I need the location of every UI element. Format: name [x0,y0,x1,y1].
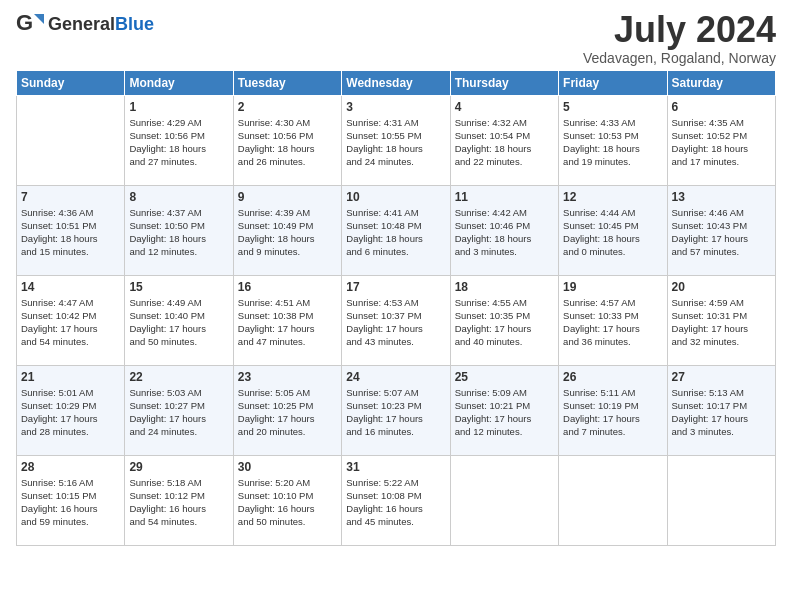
location-subtitle: Vedavagen, Rogaland, Norway [583,50,776,66]
calendar-cell: 23Sunrise: 5:05 AM Sunset: 10:25 PM Dayl… [233,365,341,455]
day-number: 10 [346,190,445,204]
calendar-cell: 10Sunrise: 4:41 AM Sunset: 10:48 PM Dayl… [342,185,450,275]
calendar-cell: 26Sunrise: 5:11 AM Sunset: 10:19 PM Dayl… [559,365,667,455]
calendar-cell: 8Sunrise: 4:37 AM Sunset: 10:50 PM Dayli… [125,185,233,275]
day-info: Sunrise: 4:41 AM Sunset: 10:48 PM Daylig… [346,206,445,259]
day-number: 7 [21,190,120,204]
day-number: 30 [238,460,337,474]
day-number: 6 [672,100,771,114]
calendar-cell: 2Sunrise: 4:30 AM Sunset: 10:56 PM Dayli… [233,95,341,185]
logo: G GeneralBlue [16,10,154,38]
day-number: 25 [455,370,554,384]
day-info: Sunrise: 4:59 AM Sunset: 10:31 PM Daylig… [672,296,771,349]
calendar-cell: 12Sunrise: 4:44 AM Sunset: 10:45 PM Dayl… [559,185,667,275]
day-info: Sunrise: 5:11 AM Sunset: 10:19 PM Daylig… [563,386,662,439]
logo-text-general: General [48,14,115,34]
svg-marker-1 [34,14,44,24]
calendar-cell: 22Sunrise: 5:03 AM Sunset: 10:27 PM Dayl… [125,365,233,455]
day-info: Sunrise: 5:05 AM Sunset: 10:25 PM Daylig… [238,386,337,439]
day-info: Sunrise: 4:30 AM Sunset: 10:56 PM Daylig… [238,116,337,169]
day-info: Sunrise: 4:29 AM Sunset: 10:56 PM Daylig… [129,116,228,169]
calendar-cell: 29Sunrise: 5:18 AM Sunset: 10:12 PM Dayl… [125,455,233,545]
calendar-cell: 28Sunrise: 5:16 AM Sunset: 10:15 PM Dayl… [17,455,125,545]
day-number: 3 [346,100,445,114]
calendar-cell: 14Sunrise: 4:47 AM Sunset: 10:42 PM Dayl… [17,275,125,365]
day-number: 18 [455,280,554,294]
day-info: Sunrise: 4:49 AM Sunset: 10:40 PM Daylig… [129,296,228,349]
calendar-cell: 3Sunrise: 4:31 AM Sunset: 10:55 PM Dayli… [342,95,450,185]
day-number: 13 [672,190,771,204]
calendar-cell: 20Sunrise: 4:59 AM Sunset: 10:31 PM Dayl… [667,275,775,365]
day-info: Sunrise: 5:18 AM Sunset: 10:12 PM Daylig… [129,476,228,529]
day-info: Sunrise: 5:03 AM Sunset: 10:27 PM Daylig… [129,386,228,439]
day-number: 9 [238,190,337,204]
day-number: 21 [21,370,120,384]
calendar-cell: 1Sunrise: 4:29 AM Sunset: 10:56 PM Dayli… [125,95,233,185]
calendar-cell: 27Sunrise: 5:13 AM Sunset: 10:17 PM Dayl… [667,365,775,455]
header-day-sunday: Sunday [17,70,125,95]
day-info: Sunrise: 4:47 AM Sunset: 10:42 PM Daylig… [21,296,120,349]
day-number: 15 [129,280,228,294]
day-number: 8 [129,190,228,204]
calendar-cell: 4Sunrise: 4:32 AM Sunset: 10:54 PM Dayli… [450,95,558,185]
calendar-cell: 21Sunrise: 5:01 AM Sunset: 10:29 PM Dayl… [17,365,125,455]
title-block: July 2024 Vedavagen, Rogaland, Norway [583,10,776,66]
day-info: Sunrise: 4:39 AM Sunset: 10:49 PM Daylig… [238,206,337,259]
day-info: Sunrise: 5:20 AM Sunset: 10:10 PM Daylig… [238,476,337,529]
day-info: Sunrise: 4:31 AM Sunset: 10:55 PM Daylig… [346,116,445,169]
logo-text-blue: Blue [115,14,154,34]
day-number: 29 [129,460,228,474]
day-info: Sunrise: 4:53 AM Sunset: 10:37 PM Daylig… [346,296,445,349]
day-number: 5 [563,100,662,114]
calendar-cell: 17Sunrise: 4:53 AM Sunset: 10:37 PM Dayl… [342,275,450,365]
day-number: 17 [346,280,445,294]
day-info: Sunrise: 4:57 AM Sunset: 10:33 PM Daylig… [563,296,662,349]
calendar-week-row: 28Sunrise: 5:16 AM Sunset: 10:15 PM Dayl… [17,455,776,545]
logo-icon: G [16,10,44,38]
day-number: 2 [238,100,337,114]
calendar-cell: 9Sunrise: 4:39 AM Sunset: 10:49 PM Dayli… [233,185,341,275]
day-info: Sunrise: 5:07 AM Sunset: 10:23 PM Daylig… [346,386,445,439]
day-info: Sunrise: 5:01 AM Sunset: 10:29 PM Daylig… [21,386,120,439]
calendar-cell: 31Sunrise: 5:22 AM Sunset: 10:08 PM Dayl… [342,455,450,545]
calendar-cell: 25Sunrise: 5:09 AM Sunset: 10:21 PM Dayl… [450,365,558,455]
calendar-body: 1Sunrise: 4:29 AM Sunset: 10:56 PM Dayli… [17,95,776,545]
day-number: 23 [238,370,337,384]
day-number: 16 [238,280,337,294]
day-number: 28 [21,460,120,474]
day-info: Sunrise: 4:35 AM Sunset: 10:52 PM Daylig… [672,116,771,169]
calendar-cell [667,455,775,545]
header-day-friday: Friday [559,70,667,95]
day-info: Sunrise: 4:51 AM Sunset: 10:38 PM Daylig… [238,296,337,349]
calendar-cell: 5Sunrise: 4:33 AM Sunset: 10:53 PM Dayli… [559,95,667,185]
header-day-tuesday: Tuesday [233,70,341,95]
calendar-cell: 19Sunrise: 4:57 AM Sunset: 10:33 PM Dayl… [559,275,667,365]
header-day-saturday: Saturday [667,70,775,95]
day-info: Sunrise: 5:16 AM Sunset: 10:15 PM Daylig… [21,476,120,529]
header-day-thursday: Thursday [450,70,558,95]
day-number: 27 [672,370,771,384]
day-info: Sunrise: 4:44 AM Sunset: 10:45 PM Daylig… [563,206,662,259]
day-number: 31 [346,460,445,474]
day-info: Sunrise: 4:33 AM Sunset: 10:53 PM Daylig… [563,116,662,169]
header-day-wednesday: Wednesday [342,70,450,95]
day-info: Sunrise: 5:09 AM Sunset: 10:21 PM Daylig… [455,386,554,439]
svg-text:G: G [16,10,33,35]
calendar-cell: 11Sunrise: 4:42 AM Sunset: 10:46 PM Dayl… [450,185,558,275]
calendar-cell: 30Sunrise: 5:20 AM Sunset: 10:10 PM Dayl… [233,455,341,545]
day-number: 11 [455,190,554,204]
header: G GeneralBlue July 2024 Vedavagen, Rogal… [16,10,776,66]
day-info: Sunrise: 4:37 AM Sunset: 10:50 PM Daylig… [129,206,228,259]
day-number: 4 [455,100,554,114]
day-info: Sunrise: 4:42 AM Sunset: 10:46 PM Daylig… [455,206,554,259]
calendar-cell: 15Sunrise: 4:49 AM Sunset: 10:40 PM Dayl… [125,275,233,365]
calendar-cell [559,455,667,545]
day-number: 1 [129,100,228,114]
calendar-week-row: 1Sunrise: 4:29 AM Sunset: 10:56 PM Dayli… [17,95,776,185]
calendar-cell [17,95,125,185]
calendar-week-row: 14Sunrise: 4:47 AM Sunset: 10:42 PM Dayl… [17,275,776,365]
calendar-cell: 7Sunrise: 4:36 AM Sunset: 10:51 PM Dayli… [17,185,125,275]
month-title: July 2024 [583,10,776,50]
day-number: 24 [346,370,445,384]
day-number: 26 [563,370,662,384]
